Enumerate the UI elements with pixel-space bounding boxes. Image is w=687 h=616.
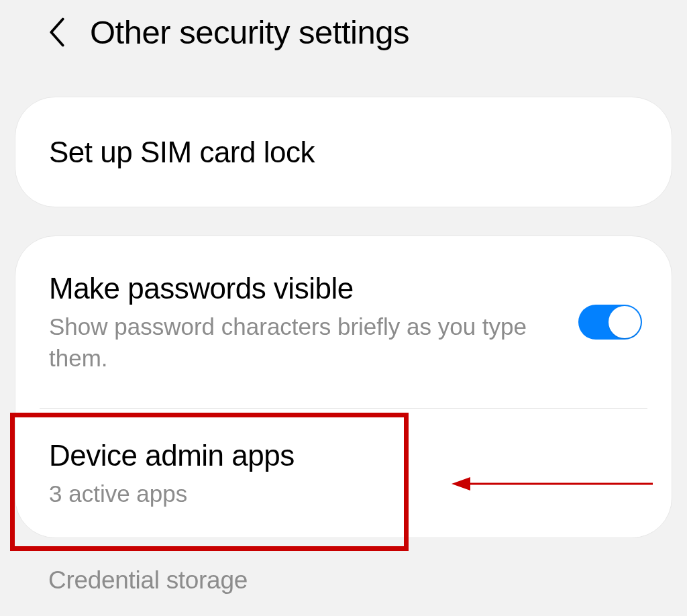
- header-bar: Other security settings: [0, 0, 687, 64]
- card-security: Make passwords visible Show password cha…: [15, 236, 672, 538]
- card-sim: Set up SIM card lock: [15, 97, 672, 207]
- page-title: Other security settings: [90, 13, 409, 51]
- item-subtitle: 3 active apps: [49, 478, 638, 509]
- back-icon[interactable]: [40, 12, 74, 52]
- item-subtitle: Show password characters briefly as you …: [49, 311, 558, 374]
- item-title: Set up SIM card lock: [49, 134, 638, 170]
- item-make-passwords-visible[interactable]: Make passwords visible Show password cha…: [15, 236, 672, 408]
- item-title: Make passwords visible: [49, 270, 558, 307]
- section-label-credential-storage: Credential storage: [15, 566, 672, 595]
- item-device-admin-apps[interactable]: Device admin apps 3 active apps: [15, 409, 672, 537]
- item-sim-card-lock[interactable]: Set up SIM card lock: [15, 97, 672, 207]
- settings-content: Set up SIM card lock Make passwords visi…: [0, 64, 687, 595]
- item-title: Device admin apps: [49, 437, 638, 474]
- toggle-passwords-visible[interactable]: [578, 305, 642, 340]
- toggle-knob: [609, 306, 641, 338]
